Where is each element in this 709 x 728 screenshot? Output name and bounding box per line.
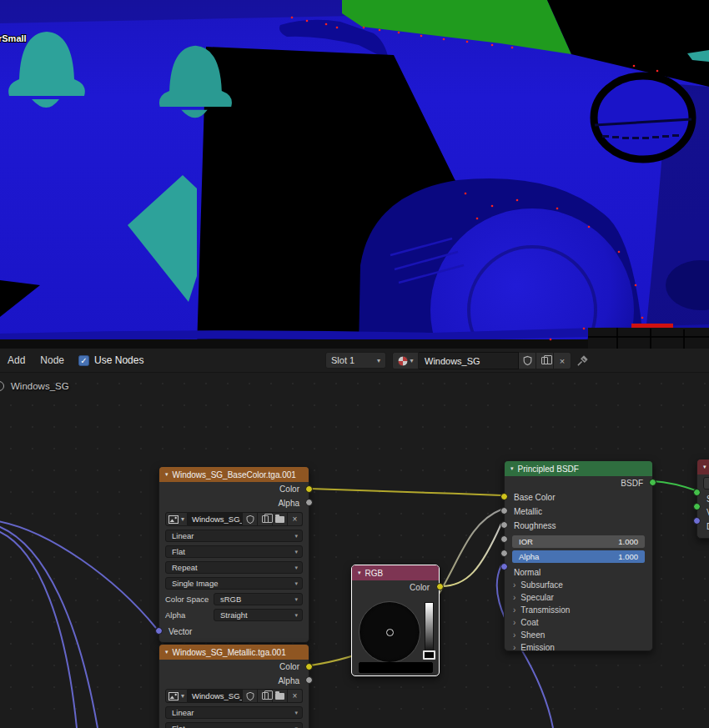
interpolation-select[interactable]: Linear ▾ <box>165 530 303 542</box>
socket-volume-input[interactable] <box>693 503 701 510</box>
extension-select[interactable]: Repeat ▾ <box>165 561 303 574</box>
expander-icon: › <box>513 630 515 640</box>
shield-icon <box>246 691 254 701</box>
fake-user-button[interactable] <box>519 352 536 369</box>
socket-surface-input[interactable] <box>693 489 701 496</box>
pin-icon[interactable] <box>576 354 589 367</box>
node-basecolor-texture[interactable]: ▾ Windows_SG_BaseColor.tga.001 Color Alp… <box>158 466 309 643</box>
image-open-button[interactable] <box>273 689 288 703</box>
chevron-down-icon: ▾ <box>294 596 298 603</box>
color-swatch[interactable] <box>359 662 433 673</box>
new-material-button[interactable] <box>536 352 554 369</box>
socket-bsdf-output[interactable] <box>649 479 656 486</box>
image-name-field[interactable]: Windows_SG_Ba... <box>188 512 243 526</box>
expander-icon: › <box>513 605 515 615</box>
interpolation-value: Linear <box>172 531 194 540</box>
shield-icon <box>523 355 532 366</box>
material-icon <box>0 381 4 391</box>
input-normal-label: Normal <box>514 568 541 577</box>
menu-add[interactable]: Add <box>0 349 33 372</box>
chevron-down-icon: ▾ <box>294 533 298 540</box>
color-wheel-cursor[interactable] <box>386 629 394 636</box>
source-select[interactable]: Single Image ▾ <box>165 577 303 590</box>
image-open-button[interactable] <box>273 512 288 526</box>
output-alpha-label: Alpha <box>278 499 299 508</box>
node-canvas[interactable]: Windows_SG ▾ Windows_SG_BaseColor.tga.00… <box>0 373 709 728</box>
socket-alpha-input[interactable] <box>500 550 508 557</box>
image-copy-button[interactable] <box>258 512 273 526</box>
image-unlink-button[interactable]: × <box>288 689 303 703</box>
node-header[interactable]: ▾ Windows_SG_Metallic.tga.001 <box>159 645 309 660</box>
material-browse-button[interactable]: ▾ <box>392 352 419 369</box>
node-header[interactable]: ▾ Principled BSDF <box>505 461 652 476</box>
shader-editor-header: Add Node ✓ Use Nodes Slot 1 ▾ ▾ Windows_… <box>0 349 709 373</box>
section-transmission[interactable]: ›Transmission <box>505 604 652 616</box>
chevron-down-icon: ▾ <box>165 649 168 655</box>
socket-ior-input[interactable] <box>500 535 508 543</box>
image-unlink-button[interactable]: × <box>288 512 303 526</box>
image-name: Windows_SG_Ba... <box>192 515 243 524</box>
projection-select[interactable]: Flat ▾ <box>165 722 303 728</box>
slot-select[interactable]: Slot 1 ▾ <box>325 352 386 369</box>
menu-node[interactable]: Node <box>33 349 72 372</box>
image-fake-user-button[interactable] <box>243 512 258 526</box>
image-fake-user-button[interactable] <box>243 689 258 703</box>
image-browse-button[interactable]: ▾ <box>165 512 188 526</box>
interpolation-select[interactable]: Linear ▾ <box>165 706 303 719</box>
unlink-material-button[interactable]: × <box>554 352 571 369</box>
ior-slider[interactable]: IOR 1.000 <box>512 535 645 548</box>
alpha-mode-select[interactable]: Straight ▾ <box>214 609 303 621</box>
projection-select[interactable]: Flat ▾ <box>165 545 303 558</box>
material-name-field[interactable]: Windows_SG <box>419 352 519 369</box>
value-slider-handle[interactable] <box>423 650 435 660</box>
node-material-output[interactable]: ▾ Material Output All Surface Volume Dis… <box>696 459 709 539</box>
value-slider[interactable] <box>425 602 434 656</box>
color-space-select[interactable]: sRGB ▾ <box>214 593 303 605</box>
section-label: Transmission <box>520 605 570 615</box>
breadcrumb-label: Windows_SG <box>11 381 69 391</box>
use-nodes-checkbox[interactable]: ✓ <box>78 355 89 366</box>
node-title: Principled BSDF <box>518 464 579 474</box>
socket-base-color-input[interactable] <box>500 493 508 500</box>
node-header[interactable]: ▾ Material Output <box>697 459 709 474</box>
section-coat[interactable]: ›Coat <box>505 616 652 629</box>
material-name: Windows_SG <box>425 356 480 366</box>
socket-color-output[interactable] <box>305 485 313 493</box>
target-select[interactable]: All <box>703 477 709 490</box>
socket-displacement-input[interactable] <box>693 517 701 525</box>
socket-roughness-input[interactable] <box>500 521 508 529</box>
socket-vector-input[interactable] <box>155 627 163 635</box>
section-subsurface[interactable]: ›Subsurface <box>505 579 652 591</box>
socket-alpha-output[interactable] <box>305 499 313 506</box>
alpha-slider[interactable]: Alpha 1.000 <box>512 550 645 563</box>
alpha-mode-value: Straight <box>220 610 248 620</box>
color-wheel[interactable] <box>359 601 420 663</box>
node-rgb[interactable]: ▾ RGB Color <box>351 565 440 676</box>
node-principled-bsdf[interactable]: ▾ Principled BSDF BSDF Base Color Metall… <box>504 460 653 651</box>
material-datablock: ▾ Windows_SG × <box>392 352 571 369</box>
socket-color-output[interactable] <box>436 583 444 590</box>
link-surface <box>653 481 698 491</box>
socket-normal-input[interactable] <box>500 563 508 570</box>
chevron-down-icon: ▾ <box>294 612 298 619</box>
node-header[interactable]: ▾ Windows_SG_BaseColor.tga.001 <box>159 467 309 482</box>
alpha-value: 1.000 <box>618 552 638 561</box>
section-emission[interactable]: ›Emission <box>505 641 652 654</box>
socket-metallic-input[interactable] <box>500 507 508 515</box>
socket-color-output[interactable] <box>305 663 313 670</box>
node-metallic-texture[interactable]: ▾ Windows_SG_Metallic.tga.001 Color Alph… <box>158 644 309 728</box>
section-sheen[interactable]: ›Sheen <box>505 629 652 641</box>
socket-alpha-output[interactable] <box>305 676 313 684</box>
section-specular[interactable]: ›Specular <box>505 591 652 604</box>
node-header[interactable]: ▾ RGB <box>352 565 439 580</box>
viewport-render: ​ rSmall <box>0 0 709 349</box>
3d-viewport[interactable]: ​ rSmall <box>0 0 709 349</box>
image-icon <box>168 692 179 700</box>
image-name-field[interactable]: Windows_SG_M... <box>188 689 243 703</box>
projection-value: Flat <box>172 547 185 556</box>
extension-value: Repeat <box>172 563 198 572</box>
image-copy-button[interactable] <box>258 689 273 703</box>
image-browse-button[interactable]: ▾ <box>165 689 188 703</box>
chevron-down-icon: ▾ <box>294 565 298 571</box>
projection-value: Flat <box>172 724 185 728</box>
